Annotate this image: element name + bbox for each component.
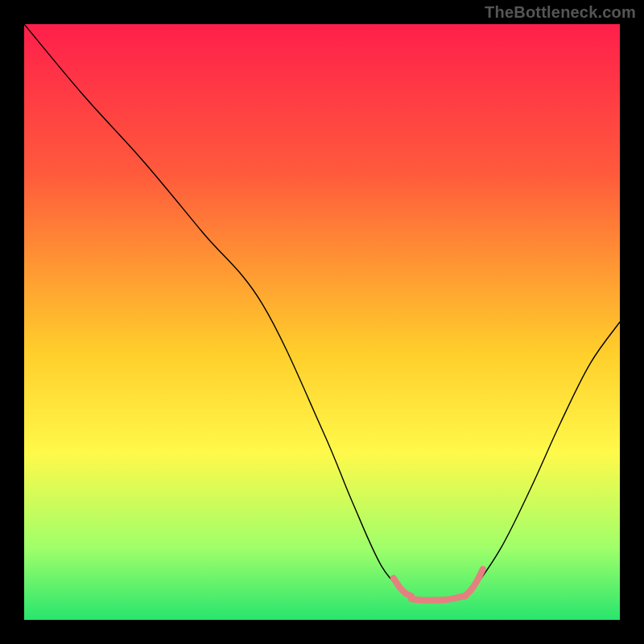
chart-page: TheBottleneck.com xyxy=(0,0,644,644)
chart-svg xyxy=(24,24,620,620)
plot-area xyxy=(24,24,620,620)
svg-rect-0 xyxy=(24,24,620,620)
watermark-text: TheBottleneck.com xyxy=(485,3,636,22)
